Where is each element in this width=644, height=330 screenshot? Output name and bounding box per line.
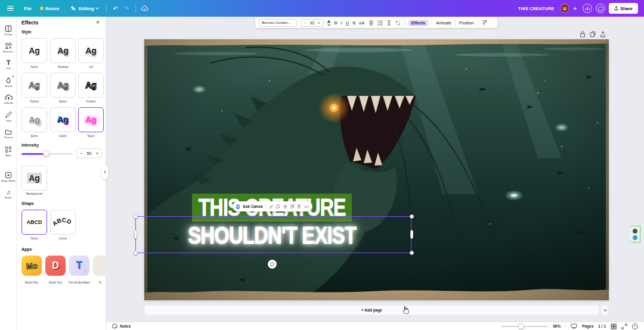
intensity-plus-button[interactable]: + [96, 151, 98, 155]
comments-button[interactable] [596, 4, 605, 13]
effect-style-hollow[interactable]: Ag [21, 73, 47, 98]
close-panel-button[interactable]: × [96, 19, 100, 26]
effect-style-outline[interactable]: Ag [78, 73, 104, 98]
lock-icon[interactable] [283, 204, 287, 209]
more-icon[interactable]: ••• [304, 205, 309, 208]
file-menu[interactable]: File [20, 6, 36, 11]
document-title[interactable]: THIS CREATURE [518, 6, 554, 11]
delete-icon[interactable] [297, 204, 301, 209]
rotate-handle[interactable] [268, 260, 277, 269]
intensity-value[interactable]: 50 [87, 151, 92, 155]
app-text-studio-maker[interactable]: T ✦ [69, 256, 89, 276]
effect-style-background[interactable]: Ag [21, 166, 47, 191]
sidebar-item-uploads[interactable]: Uploads [0, 91, 17, 108]
fullscreen-icon[interactable] [621, 323, 627, 329]
lock-icon[interactable] [580, 31, 586, 38]
transparency-button[interactable] [395, 20, 401, 26]
selection-handle-right[interactable] [410, 230, 413, 239]
effects-tab-active[interactable]: Effects [408, 20, 428, 26]
text-color-button[interactable]: A [327, 20, 330, 26]
selection-handle-left[interactable] [134, 230, 137, 239]
selection-handle-top-left[interactable] [134, 214, 138, 219]
grid-view-icon[interactable] [611, 323, 617, 329]
duplicate-icon[interactable] [290, 204, 295, 209]
elements-icon [5, 42, 12, 49]
list-button[interactable] [377, 20, 383, 26]
effect-style-lift[interactable]: Ag [78, 38, 104, 63]
selection-handle-bottom-left[interactable] [134, 251, 138, 255]
sidebar-item-design[interactable]: Design [0, 21, 17, 39]
selection-handle-bottom-right[interactable] [410, 251, 414, 255]
effect-style-glitch[interactable]: Ag [50, 107, 76, 132]
pages-collapse-button[interactable] [601, 305, 609, 315]
effect-style-shadow[interactable]: Ag [50, 38, 76, 63]
selection-handle-top-right[interactable] [410, 214, 414, 219]
font-size-decrease[interactable]: − [304, 21, 306, 25]
underline-button[interactable]: U [346, 20, 349, 26]
add-page-button[interactable]: + Add page [144, 305, 599, 315]
editing-mode-dropdown[interactable]: ✎ Editing [64, 5, 103, 12]
redo-button[interactable]: ↷ [121, 5, 132, 12]
overlay-extension-widget[interactable] [630, 226, 640, 242]
position-tab[interactable]: Position [459, 21, 474, 25]
italic-button[interactable]: I [341, 20, 342, 26]
ask-canva-button[interactable]: Ask Canva [243, 204, 262, 208]
pencil-icon: ✎ [68, 5, 79, 12]
pages-button[interactable]: Pages [582, 324, 593, 328]
app-label: Text Studio Maker [67, 281, 91, 285]
effect-style-neon-selected[interactable]: Ag [78, 107, 104, 132]
hamburger-menu-icon[interactable] [7, 6, 14, 11]
share-button[interactable]: Share [609, 3, 638, 14]
zoom-slider[interactable] [501, 326, 548, 327]
effect-style-echo[interactable]: Ag [21, 107, 47, 132]
sidebar-item-tools[interactable]: Tools [0, 108, 17, 125]
selection-box[interactable] [135, 216, 411, 253]
app-label: MotionText [20, 281, 44, 285]
font-size-increase[interactable]: + [318, 21, 320, 25]
comment-bubble-icon [598, 6, 603, 11]
intensity-slider-thumb[interactable] [43, 150, 49, 157]
font-size-value[interactable]: 92 [310, 21, 314, 25]
strikethrough-button[interactable]: S [352, 20, 355, 26]
copy-style-button[interactable] [482, 20, 488, 26]
text-format-toolbar: Bernoru Conden... − 92 + A B I U S aA Ef… [255, 17, 497, 28]
notes-button[interactable]: Notes [120, 324, 131, 328]
export-page-icon[interactable] [600, 31, 606, 38]
duplicate-icon[interactable] [590, 31, 596, 38]
animate-tab[interactable]: Animate [436, 21, 451, 25]
comment-icon[interactable] [276, 204, 280, 209]
sidebar-item-elements[interactable]: Elements [0, 39, 17, 56]
app-depth-text[interactable]: D [45, 256, 66, 276]
zoom-level[interactable]: 96% [553, 324, 561, 328]
magic-edit-icon[interactable] [269, 204, 273, 209]
shape-curve[interactable]: ABCD [50, 210, 76, 235]
effect-style-splice[interactable]: Ag [50, 73, 76, 98]
sidebar-item-magic-media[interactable]: Magic Media [0, 168, 17, 185]
intensity-minus-button[interactable]: − [80, 151, 82, 155]
alignment-button[interactable] [369, 20, 374, 26]
spacing-button[interactable] [386, 20, 392, 26]
resize-menu[interactable]: Resize [36, 6, 64, 11]
add-member-button[interactable]: + [571, 4, 579, 13]
help-button[interactable]: ? [632, 323, 638, 329]
sidebar-item-text[interactable]: T Text [0, 56, 17, 73]
effect-style-none[interactable]: Ag [21, 38, 47, 63]
app-partial[interactable] [93, 256, 106, 276]
sidebar-item-brand[interactable]: ✦ Brand [0, 73, 17, 91]
sidebar-item-audio[interactable]: ♫ Audio [0, 185, 17, 203]
sidebar-item-apps[interactable]: Apps [0, 142, 17, 160]
undo-button[interactable]: ↶ [110, 5, 121, 12]
text-case-button[interactable]: aA [359, 20, 365, 26]
zoom-slider-thumb[interactable] [518, 323, 524, 329]
shape-none-selected[interactable]: ABCD [21, 210, 47, 235]
avatar[interactable]: U [560, 4, 569, 13]
panel-collapse-handle[interactable] [101, 165, 108, 179]
insights-button[interactable] [583, 4, 592, 13]
app-motiontext[interactable]: Mo [21, 256, 42, 276]
sidebar-item-projects[interactable]: Projects [0, 125, 17, 142]
font-family-selector[interactable]: Bernoru Conden... [259, 19, 297, 27]
notes-icon [112, 323, 117, 329]
page-canvas[interactable] [144, 39, 609, 300]
pages-icon [571, 323, 577, 329]
bold-button[interactable]: B [334, 20, 337, 26]
